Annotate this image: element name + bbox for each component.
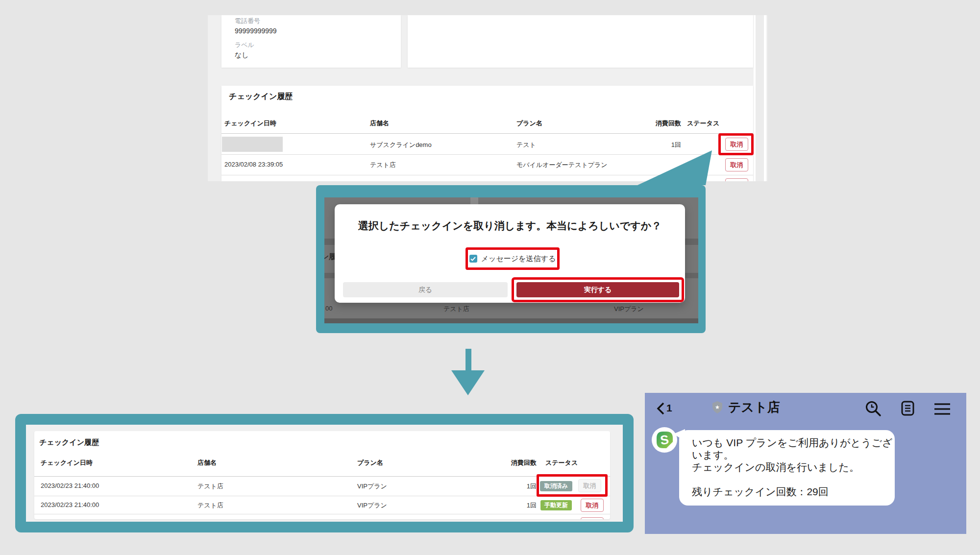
backdrop-row-datetime: 00 bbox=[325, 305, 332, 312]
chat-message-bubble: いつも VIP プランをご利用ありがとうござ います。 チェックインの取消を行い… bbox=[679, 430, 895, 506]
row2-datetime: 2023/02/08 23:39:05 bbox=[224, 161, 283, 168]
row2-datetime: 2023/02/23 21:40:00 bbox=[41, 501, 99, 508]
col-status: ステータス bbox=[687, 119, 719, 128]
phone-value: 99999999999 bbox=[235, 27, 277, 35]
col-status: ステータス bbox=[545, 458, 578, 467]
row2-cancel-button[interactable]: 取消 bbox=[725, 158, 748, 171]
side-card bbox=[408, 15, 753, 68]
row3-cancel-button[interactable]: 取消 bbox=[581, 517, 604, 519]
col-store: 店舗名 bbox=[197, 458, 217, 467]
col-count: 消費回数 bbox=[642, 119, 681, 128]
scrollbar-track[interactable] bbox=[754, 15, 766, 181]
label-field-label: ラベル bbox=[235, 41, 254, 49]
result-history-card: チェックイン履歴 チェックイン日時 店舗名 プラン名 消費回数 ステータス 20… bbox=[34, 431, 610, 519]
message-line bbox=[692, 473, 885, 485]
screenshot-canvas: 電話番号 99999999999 ラベル なし チェックイン履歴 チェックイン日… bbox=[0, 0, 980, 555]
dialog-title: 選択したチェックインを取り消します。本当によろしいですか？ bbox=[335, 219, 685, 233]
check-icon bbox=[470, 257, 476, 261]
header-divider bbox=[34, 476, 610, 477]
row2-cancel-button[interactable]: 取消 bbox=[581, 499, 604, 512]
row1-store: テスト店 bbox=[197, 482, 223, 491]
send-message-label: メッセージを送信する bbox=[481, 254, 556, 264]
message-line: います。 bbox=[692, 449, 885, 461]
col-plan: プラン名 bbox=[516, 119, 542, 128]
result-panel-background: チェックイン履歴 チェックイン日時 店舗名 プラン名 消費回数 ステータス 20… bbox=[26, 425, 623, 522]
col-plan: プラン名 bbox=[357, 458, 383, 467]
row2-plan: モバイルオーダーテストプラン bbox=[516, 161, 608, 169]
row1-datetime: 2023/02/23 21:40:00 bbox=[41, 482, 99, 489]
label-field-value: なし bbox=[235, 51, 249, 60]
row1-plan: VIPプラン bbox=[357, 482, 387, 491]
phone-label: 電話番号 bbox=[235, 17, 260, 25]
back-chevron-icon[interactable] bbox=[656, 402, 665, 415]
execute-highlight-box bbox=[512, 277, 684, 302]
row2-count: 1回 bbox=[497, 501, 537, 510]
customer-detail-card: 電話番号 99999999999 ラベル なし bbox=[221, 15, 401, 68]
message-line: いつも VIP プランをご利用ありがとうござ bbox=[692, 436, 885, 449]
header-divider bbox=[221, 133, 753, 134]
status-badge-manual-update: 手動更新 bbox=[540, 500, 572, 510]
flow-down-arrow bbox=[450, 348, 486, 397]
back-button[interactable]: 戻る bbox=[343, 282, 508, 297]
chat-panel: 1 ★ テスト店 bbox=[645, 393, 966, 534]
col-store: 店舗名 bbox=[370, 119, 389, 128]
col-datetime: チェックイン日時 bbox=[224, 119, 276, 128]
result-history-title: チェックイン履歴 bbox=[39, 438, 99, 447]
status-highlight-box bbox=[537, 474, 608, 497]
row2-plan: VIPプラン bbox=[357, 501, 387, 510]
row-divider bbox=[34, 496, 610, 496]
message-line: チェックインの取消を行いました。 bbox=[692, 461, 885, 473]
back-unread-count: 1 bbox=[666, 402, 672, 414]
notes-icon[interactable] bbox=[901, 401, 915, 416]
verified-shield-icon: ★ bbox=[711, 401, 723, 414]
backdrop-row-plan: VIPプラン bbox=[614, 305, 644, 314]
menu-hamburger-icon[interactable] bbox=[934, 403, 951, 415]
backdrop-band bbox=[324, 318, 698, 323]
chat-store-title: テスト店 bbox=[728, 399, 780, 416]
message-line: 残りチェックイン回数：29回 bbox=[692, 485, 885, 498]
redacted-datetime bbox=[222, 137, 283, 152]
row3-cancel-button[interactable]: 取消 bbox=[725, 178, 748, 181]
scrollbar-thumb[interactable] bbox=[756, 15, 764, 181]
col-datetime: チェックイン日時 bbox=[41, 458, 93, 467]
row2-store: テスト店 bbox=[370, 161, 396, 169]
row1-store: サブスクラインdemo bbox=[370, 141, 432, 149]
svg-text:★: ★ bbox=[715, 404, 720, 410]
checkin-history-title: チェックイン履歴 bbox=[229, 92, 293, 102]
callout-tail bbox=[632, 147, 715, 189]
row1-plan: テスト bbox=[516, 141, 536, 149]
send-message-checkbox[interactable] bbox=[469, 255, 477, 263]
checkbox-highlight-box: メッセージを送信する bbox=[466, 247, 560, 270]
row1-count: 1回 bbox=[497, 482, 537, 491]
search-history-icon[interactable] bbox=[864, 400, 882, 417]
confirm-dialog: 選択したチェックインを取り消します。本当によろしいですか？ メッセージを送信する… bbox=[335, 204, 685, 303]
row2-store: テスト店 bbox=[197, 501, 223, 510]
row-divider bbox=[34, 514, 610, 514]
result-panel-frame: チェックイン履歴 チェックイン日時 店舗名 プラン名 消費回数 ステータス 20… bbox=[15, 414, 634, 532]
col-count: 消費回数 bbox=[497, 458, 537, 467]
cancel-highlight-box bbox=[718, 133, 754, 155]
modal-callout-container: ン履歴 00 テスト店 VIPプラン 選択したチェックインを取り消します。本当に… bbox=[316, 185, 706, 333]
backdrop-row-store: テスト店 bbox=[443, 305, 469, 314]
